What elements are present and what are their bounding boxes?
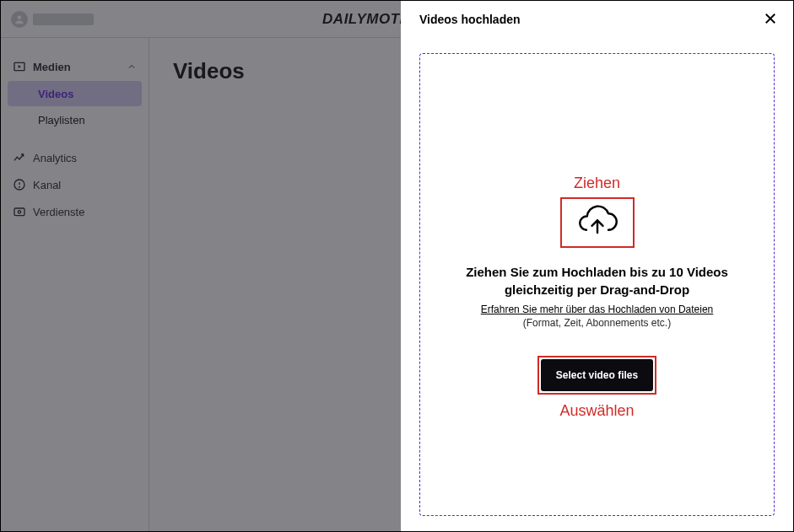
dropzone[interactable]: Ziehen Ziehen Sie zum Hochladen bis zu 1… xyxy=(419,53,775,516)
annotation-drag: Ziehen xyxy=(574,175,620,192)
close-button[interactable] xyxy=(763,11,778,29)
annotation-box-drag xyxy=(560,197,635,248)
learn-more-link[interactable]: Erfahren Sie mehr über das Hochladen von… xyxy=(481,304,714,315)
annotation-select: Auswählen xyxy=(559,402,634,420)
dropzone-subnote: (Format, Zeit, Abonnements etc.) xyxy=(523,317,671,329)
select-files-button[interactable]: Select video files xyxy=(541,359,653,391)
dropzone-title: Ziehen Sie zum Hochladen bis zu 10 Video… xyxy=(420,263,774,298)
close-icon xyxy=(763,11,778,26)
upload-modal: Videos hochladen Ziehen Ziehen Sie zum H… xyxy=(401,1,793,531)
annotation-box-select: Select video files xyxy=(537,356,656,395)
cloud-upload-icon xyxy=(575,204,619,239)
modal-title: Videos hochladen xyxy=(419,13,521,26)
